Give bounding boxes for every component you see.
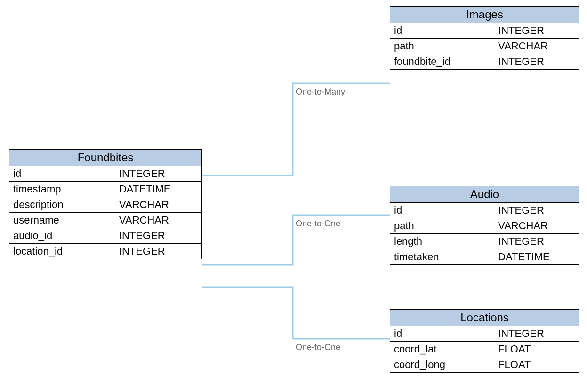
table-images: Images idINTEGER pathVARCHAR foundbite_i…	[390, 6, 579, 70]
table-row: usernameVARCHAR	[9, 213, 202, 228]
table-row: idINTEGER	[390, 326, 579, 342]
table-row: lengthINTEGER	[390, 234, 579, 249]
table-foundbites: Foundbites idINTEGER timestampDATETIME d…	[9, 149, 202, 259]
table-row: coord_latFLOAT	[390, 342, 579, 357]
table-row: pathVARCHAR	[390, 39, 579, 54]
table-locations-title: Locations	[390, 310, 579, 326]
table-locations: Locations idINTEGER coord_latFLOAT coord…	[390, 309, 579, 373]
table-row: foundbite_idINTEGER	[390, 54, 579, 70]
table-row: timestampDATETIME	[9, 182, 202, 197]
table-row: audio_idINTEGER	[9, 228, 202, 244]
table-audio: Audio idINTEGER pathVARCHAR lengthINTEGE…	[390, 186, 579, 265]
relation-label-audio: One-to-One	[296, 219, 340, 229]
table-row: idINTEGER	[390, 203, 579, 218]
table-row: coord_longFLOAT	[390, 357, 579, 373]
relation-label-locations: One-to-One	[296, 343, 340, 352]
table-row: idINTEGER	[390, 23, 579, 39]
table-audio-title: Audio	[390, 186, 579, 203]
table-images-title: Images	[390, 7, 579, 23]
table-row: idINTEGER	[9, 166, 202, 182]
table-row: descriptionVARCHAR	[9, 197, 202, 213]
table-foundbites-title: Foundbites	[9, 150, 202, 166]
relation-label-images: One-to-Many	[296, 87, 345, 97]
table-row: location_idINTEGER	[9, 244, 202, 259]
table-row: timetakenDATETIME	[390, 249, 579, 265]
table-row: pathVARCHAR	[390, 218, 579, 234]
